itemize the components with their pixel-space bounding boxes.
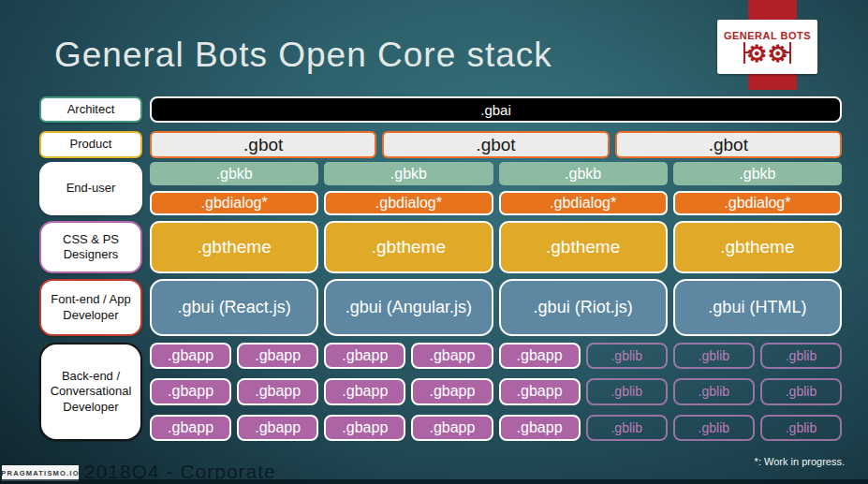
gblib-box: .gblib — [760, 378, 842, 404]
gbapp-box: .gbapp — [324, 343, 405, 369]
label-designers: CSS & PS Designers — [39, 221, 142, 273]
label-architect: Architect — [39, 96, 142, 123]
gbapp-box: .gbapp — [237, 343, 318, 369]
general-bots-logo: GENERAL BOTS ⚙⚙ — [717, 20, 817, 74]
gbot-box: .gbot — [150, 131, 376, 158]
gbapp-box: .gbapp — [411, 343, 493, 369]
gear-bar-left — [743, 42, 745, 64]
gbui-angular-box: .gbui (Angular.js) — [324, 279, 493, 336]
label-product: Product — [39, 131, 142, 158]
gbui-html-box: .gbui (HTML) — [673, 279, 842, 336]
gbtheme-box: .gbtheme — [150, 221, 318, 273]
layer-end-user: End-user .gbkb .gbkb .gbkb .gbkb .gbdial… — [39, 162, 842, 215]
gbtheme-box: .gbtheme — [324, 221, 493, 273]
gblib-box: .gblib — [673, 378, 755, 404]
gbapp-box: .gbapp — [324, 415, 405, 441]
gbdialog-box: .gbdialog* — [150, 191, 318, 215]
layer-architect: Architect .gbai — [39, 96, 842, 123]
slide: { "title": "General Bots Open Core stack… — [0, 0, 868, 484]
layer-designers: CSS & PS Designers .gbtheme .gbtheme .gb… — [39, 221, 842, 273]
gblib-box: .gblib — [586, 343, 668, 369]
gblib-box: .gblib — [760, 343, 842, 369]
gbkb-box: .gbkb — [673, 162, 842, 185]
gbot-box: .gbot — [615, 131, 842, 158]
gbapp-box: .gbapp — [324, 378, 405, 404]
label-backend: Back-end / Conversational Developer — [39, 343, 142, 441]
gbapp-box: .gbapp — [499, 343, 581, 369]
gbdialog-box: .gbdialog* — [499, 191, 668, 215]
gbot-box: .gbot — [382, 131, 609, 158]
gbapp-box: .gbapp — [411, 378, 493, 404]
gbapp-box: .gbapp — [499, 378, 581, 404]
gbui-riot-box: .gbui (Riot.js) — [499, 279, 668, 336]
gbapp-box: .gbapp — [411, 415, 493, 441]
gbtheme-box: .gbtheme — [499, 221, 668, 273]
label-end-user: End-user — [39, 162, 142, 215]
gbdialog-box: .gbdialog* — [673, 191, 842, 215]
gbapp-box: .gbapp — [150, 415, 231, 441]
gbtheme-box: .gbtheme — [673, 221, 842, 273]
gbdialog-box: .gbdialog* — [324, 191, 493, 215]
gblib-box: .gblib — [586, 378, 668, 404]
gears-icon: ⚙⚙ — [743, 42, 791, 64]
bottom-strip — [0, 479, 868, 484]
gblib-box: .gblib — [760, 415, 842, 441]
gbapp-box: .gbapp — [150, 343, 231, 369]
gbapp-box: .gbapp — [237, 415, 318, 441]
layer-backend: Back-end / Conversational Developer .gba… — [39, 343, 842, 441]
layer-frontend: Font-end / App Developer .gbui (React.js… — [39, 279, 842, 336]
gbapp-box: .gbapp — [499, 415, 581, 441]
page-title: General Bots Open Core stack — [54, 36, 552, 75]
gbkb-box: .gbkb — [324, 162, 493, 185]
gbui-react-box: .gbui (React.js) — [150, 279, 318, 336]
gbai-box: .gbai — [150, 96, 842, 123]
gblib-box: .gblib — [586, 415, 668, 441]
gbkb-box: .gbkb — [150, 162, 318, 185]
label-frontend: Font-end / App Developer — [39, 279, 142, 336]
layer-product: Product .gbot .gbot .gbot — [39, 131, 842, 158]
gbapp-box: .gbapp — [150, 378, 231, 404]
work-in-progress-note: *: Work in progress. — [755, 456, 845, 467]
gblib-box: .gblib — [673, 343, 755, 369]
stack-diagram: Architect .gbai Product .gbot .gbot .gbo… — [39, 96, 842, 441]
gear-bar-right — [789, 42, 791, 64]
gbkb-box: .gbkb — [499, 162, 668, 185]
gblib-box: .gblib — [673, 415, 755, 441]
gbapp-box: .gbapp — [237, 378, 318, 404]
